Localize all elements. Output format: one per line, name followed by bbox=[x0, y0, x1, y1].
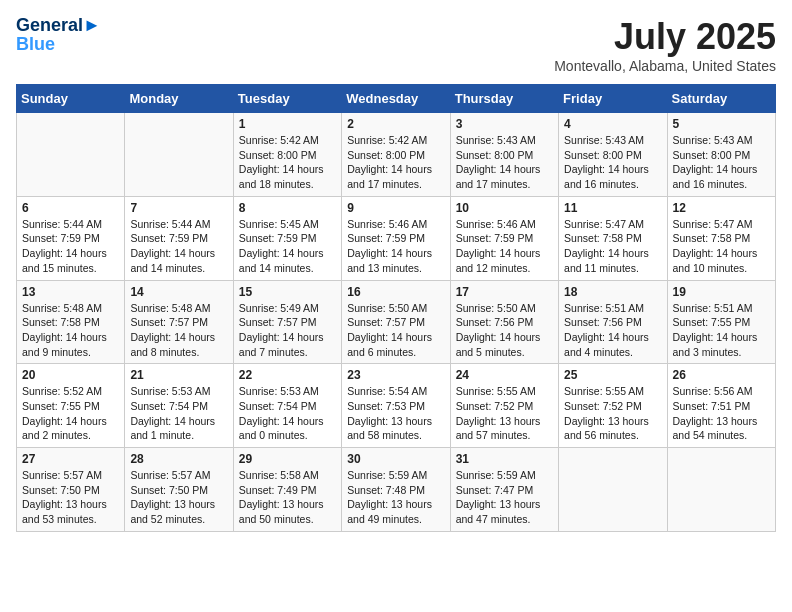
calendar-cell bbox=[125, 113, 233, 197]
day-info: Daylight: 14 hours and 11 minutes. bbox=[564, 246, 661, 275]
day-number: 15 bbox=[239, 285, 336, 299]
day-info: Sunrise: 5:51 AM bbox=[564, 301, 661, 316]
day-info: Sunrise: 5:51 AM bbox=[673, 301, 770, 316]
calendar-cell: 31Sunrise: 5:59 AMSunset: 7:47 PMDayligh… bbox=[450, 448, 558, 532]
day-info: Sunrise: 5:42 AM bbox=[239, 133, 336, 148]
day-info: Sunset: 8:00 PM bbox=[673, 148, 770, 163]
day-info: Sunrise: 5:55 AM bbox=[456, 384, 553, 399]
day-info: Sunset: 7:59 PM bbox=[456, 231, 553, 246]
day-info: Sunset: 7:59 PM bbox=[130, 231, 227, 246]
day-info: Daylight: 14 hours and 3 minutes. bbox=[673, 330, 770, 359]
calendar-cell: 20Sunrise: 5:52 AMSunset: 7:55 PMDayligh… bbox=[17, 364, 125, 448]
logo-text: General► bbox=[16, 16, 101, 36]
day-info: Sunrise: 5:43 AM bbox=[564, 133, 661, 148]
calendar-cell bbox=[559, 448, 667, 532]
day-info: Daylight: 14 hours and 17 minutes. bbox=[347, 162, 444, 191]
calendar-body: 1Sunrise: 5:42 AMSunset: 8:00 PMDaylight… bbox=[17, 113, 776, 532]
calendar-cell: 24Sunrise: 5:55 AMSunset: 7:52 PMDayligh… bbox=[450, 364, 558, 448]
day-number: 6 bbox=[22, 201, 119, 215]
day-info: Sunset: 7:55 PM bbox=[673, 315, 770, 330]
day-number: 4 bbox=[564, 117, 661, 131]
day-info: Sunset: 7:59 PM bbox=[239, 231, 336, 246]
day-info: Daylight: 13 hours and 52 minutes. bbox=[130, 497, 227, 526]
calendar-cell: 30Sunrise: 5:59 AMSunset: 7:48 PMDayligh… bbox=[342, 448, 450, 532]
day-info: Sunrise: 5:56 AM bbox=[673, 384, 770, 399]
week-row-2: 6Sunrise: 5:44 AMSunset: 7:59 PMDaylight… bbox=[17, 196, 776, 280]
calendar-cell: 28Sunrise: 5:57 AMSunset: 7:50 PMDayligh… bbox=[125, 448, 233, 532]
day-info: Daylight: 13 hours and 56 minutes. bbox=[564, 414, 661, 443]
calendar-cell: 6Sunrise: 5:44 AMSunset: 7:59 PMDaylight… bbox=[17, 196, 125, 280]
day-info: Sunrise: 5:46 AM bbox=[347, 217, 444, 232]
day-info: Sunset: 7:50 PM bbox=[22, 483, 119, 498]
month-title: July 2025 bbox=[554, 16, 776, 58]
calendar-cell: 1Sunrise: 5:42 AMSunset: 8:00 PMDaylight… bbox=[233, 113, 341, 197]
day-info: Sunrise: 5:49 AM bbox=[239, 301, 336, 316]
day-info: Daylight: 13 hours and 47 minutes. bbox=[456, 497, 553, 526]
calendar-cell: 15Sunrise: 5:49 AMSunset: 7:57 PMDayligh… bbox=[233, 280, 341, 364]
day-number: 13 bbox=[22, 285, 119, 299]
day-info: Sunset: 7:47 PM bbox=[456, 483, 553, 498]
day-info: Sunrise: 5:53 AM bbox=[239, 384, 336, 399]
day-number: 3 bbox=[456, 117, 553, 131]
day-info: Sunset: 7:54 PM bbox=[239, 399, 336, 414]
calendar-cell: 23Sunrise: 5:54 AMSunset: 7:53 PMDayligh… bbox=[342, 364, 450, 448]
calendar-cell: 11Sunrise: 5:47 AMSunset: 7:58 PMDayligh… bbox=[559, 196, 667, 280]
day-number: 27 bbox=[22, 452, 119, 466]
day-number: 31 bbox=[456, 452, 553, 466]
day-header-tuesday: Tuesday bbox=[233, 85, 341, 113]
day-number: 26 bbox=[673, 368, 770, 382]
day-info: Daylight: 14 hours and 14 minutes. bbox=[130, 246, 227, 275]
calendar-cell bbox=[17, 113, 125, 197]
day-info: Sunset: 7:57 PM bbox=[347, 315, 444, 330]
day-info: Sunrise: 5:59 AM bbox=[456, 468, 553, 483]
day-number: 19 bbox=[673, 285, 770, 299]
day-info: Daylight: 14 hours and 4 minutes. bbox=[564, 330, 661, 359]
day-info: Sunrise: 5:57 AM bbox=[22, 468, 119, 483]
day-header-sunday: Sunday bbox=[17, 85, 125, 113]
day-info: Daylight: 14 hours and 13 minutes. bbox=[347, 246, 444, 275]
title-block: July 2025 Montevallo, Alabama, United St… bbox=[554, 16, 776, 74]
day-number: 29 bbox=[239, 452, 336, 466]
day-info: Daylight: 13 hours and 54 minutes. bbox=[673, 414, 770, 443]
day-info: Sunrise: 5:47 AM bbox=[673, 217, 770, 232]
day-info: Daylight: 14 hours and 17 minutes. bbox=[456, 162, 553, 191]
day-info: Sunrise: 5:43 AM bbox=[673, 133, 770, 148]
day-number: 24 bbox=[456, 368, 553, 382]
day-info: Sunset: 7:48 PM bbox=[347, 483, 444, 498]
day-info: Daylight: 14 hours and 14 minutes. bbox=[239, 246, 336, 275]
day-info: Sunrise: 5:59 AM bbox=[347, 468, 444, 483]
week-row-1: 1Sunrise: 5:42 AMSunset: 8:00 PMDaylight… bbox=[17, 113, 776, 197]
day-info: Sunset: 8:00 PM bbox=[564, 148, 661, 163]
calendar-cell: 4Sunrise: 5:43 AMSunset: 8:00 PMDaylight… bbox=[559, 113, 667, 197]
day-number: 23 bbox=[347, 368, 444, 382]
day-header-monday: Monday bbox=[125, 85, 233, 113]
day-info: Sunrise: 5:42 AM bbox=[347, 133, 444, 148]
day-number: 10 bbox=[456, 201, 553, 215]
day-info: Sunset: 7:59 PM bbox=[22, 231, 119, 246]
calendar-cell: 3Sunrise: 5:43 AMSunset: 8:00 PMDaylight… bbox=[450, 113, 558, 197]
day-info: Sunset: 8:00 PM bbox=[347, 148, 444, 163]
calendar-table: SundayMondayTuesdayWednesdayThursdayFrid… bbox=[16, 84, 776, 532]
calendar-cell: 27Sunrise: 5:57 AMSunset: 7:50 PMDayligh… bbox=[17, 448, 125, 532]
day-info: Daylight: 14 hours and 8 minutes. bbox=[130, 330, 227, 359]
day-info: Sunrise: 5:48 AM bbox=[22, 301, 119, 316]
day-info: Daylight: 13 hours and 53 minutes. bbox=[22, 497, 119, 526]
week-row-5: 27Sunrise: 5:57 AMSunset: 7:50 PMDayligh… bbox=[17, 448, 776, 532]
day-number: 7 bbox=[130, 201, 227, 215]
day-info: Sunset: 7:51 PM bbox=[673, 399, 770, 414]
day-info: Daylight: 13 hours and 50 minutes. bbox=[239, 497, 336, 526]
day-info: Sunset: 7:49 PM bbox=[239, 483, 336, 498]
day-number: 1 bbox=[239, 117, 336, 131]
day-number: 25 bbox=[564, 368, 661, 382]
calendar-cell: 12Sunrise: 5:47 AMSunset: 7:58 PMDayligh… bbox=[667, 196, 775, 280]
day-number: 9 bbox=[347, 201, 444, 215]
day-info: Sunset: 7:54 PM bbox=[130, 399, 227, 414]
calendar-cell: 17Sunrise: 5:50 AMSunset: 7:56 PMDayligh… bbox=[450, 280, 558, 364]
day-number: 28 bbox=[130, 452, 227, 466]
day-number: 8 bbox=[239, 201, 336, 215]
logo: General► Blue bbox=[16, 16, 101, 55]
day-info: Sunrise: 5:46 AM bbox=[456, 217, 553, 232]
calendar-header-row: SundayMondayTuesdayWednesdayThursdayFrid… bbox=[17, 85, 776, 113]
day-info: Sunset: 7:52 PM bbox=[456, 399, 553, 414]
calendar-cell: 22Sunrise: 5:53 AMSunset: 7:54 PMDayligh… bbox=[233, 364, 341, 448]
